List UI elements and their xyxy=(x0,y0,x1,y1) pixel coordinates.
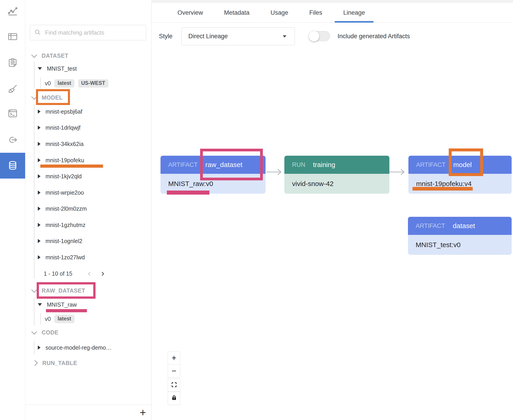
graph-node-dataset[interactable]: ARTIFACT dataset MNIST_test:v0 xyxy=(408,217,512,255)
tree-item-mnist-test[interactable]: MNIST_test xyxy=(38,63,77,74)
artifacts-button[interactable] xyxy=(0,153,25,179)
node-kind: ARTIFACT xyxy=(416,161,445,168)
pagination-next-button[interactable]: › xyxy=(98,268,107,278)
workspace-chart-button[interactable] xyxy=(0,0,25,23)
tree-section-raw-dataset[interactable]: RAW_DATASET xyxy=(32,285,85,296)
include-generated-toggle[interactable] xyxy=(309,31,330,41)
triangle-right-icon xyxy=(38,345,40,350)
terminal-button[interactable] xyxy=(0,102,25,125)
chevron-down-icon xyxy=(31,287,37,292)
tree-guide xyxy=(34,105,34,279)
pagination-prev-button[interactable]: ‹ xyxy=(85,268,94,278)
tab-usage[interactable]: Usage xyxy=(262,3,297,22)
triangle-down-icon xyxy=(38,303,42,306)
tree-item-mnist-raw[interactable]: MNIST_raw xyxy=(38,299,77,310)
add-artifact-button[interactable]: + xyxy=(138,407,148,418)
artifact-name: mnist-1zo27lwd xyxy=(45,254,85,261)
zoom-out-button[interactable]: − xyxy=(168,364,180,377)
artifact-browser-panel: DATASET MNIST_test v0 latest US-WEST MOD… xyxy=(25,0,151,420)
reports-button[interactable] xyxy=(0,52,25,74)
tree-item-model-2[interactable]: mnist-34kx62ia xyxy=(38,139,83,149)
tree-item-model-9[interactable]: mnist-1zo27lwd xyxy=(38,252,85,262)
tree-version-row[interactable]: v0 latest US-WEST xyxy=(45,78,108,89)
main-content: Overview Metadata Usage Files Lineage St… xyxy=(152,0,513,420)
app-root: DATASET MNIST_test v0 latest US-WEST MOD… xyxy=(0,0,513,420)
tab-lineage[interactable]: Lineage xyxy=(335,3,374,22)
triangle-right-icon xyxy=(38,158,40,162)
tree-section-run-table[interactable]: RUN_TABLE xyxy=(32,358,77,368)
line-chart-icon xyxy=(8,6,18,17)
fit-view-button[interactable] xyxy=(168,379,180,392)
fit-view-icon xyxy=(171,380,177,390)
lineage-graph-canvas[interactable]: ARTIFACT raw_dataset MNIST_raw:v0 RUN tr… xyxy=(152,50,513,420)
tree-guide xyxy=(34,341,34,355)
graph-node-raw-dataset[interactable]: ARTIFACT raw_dataset MNIST_raw:v0 xyxy=(160,156,265,194)
tree-item-model-6[interactable]: mnist-2l0m0zzm xyxy=(38,203,87,214)
tab-overview[interactable]: Overview xyxy=(169,3,212,22)
zoom-in-button[interactable]: + xyxy=(168,352,180,365)
top-strip xyxy=(152,0,513,3)
tab-files[interactable]: Files xyxy=(301,3,331,22)
clipboard-icon xyxy=(8,58,18,68)
section-label: RAW_DATASET xyxy=(42,287,85,294)
triangle-right-icon xyxy=(38,239,40,243)
tree-item-model-1[interactable]: mnist-1drlqwjf xyxy=(38,122,80,133)
chevron-right-icon xyxy=(32,360,38,366)
style-label: Style xyxy=(159,33,173,40)
tree-item-model-0[interactable]: mnist-epsbj6af xyxy=(38,106,83,117)
section-label: DATASET xyxy=(42,52,68,59)
launch-button[interactable] xyxy=(0,129,25,151)
lock-button[interactable] xyxy=(168,392,180,405)
artifact-name: mnist-2l0m0zzm xyxy=(45,205,87,212)
terminal-icon xyxy=(8,108,18,119)
node-type: dataset xyxy=(453,222,475,230)
chevron-down-icon xyxy=(31,329,37,334)
tree-item-model-4[interactable]: mnist-1kjv2qld xyxy=(38,171,82,181)
artifact-tree: DATASET MNIST_test v0 latest US-WEST MOD… xyxy=(25,0,151,420)
node-type: model xyxy=(453,161,472,169)
alias-badge: US-WEST xyxy=(78,79,108,88)
style-dropdown[interactable]: Direct Lineage xyxy=(181,27,295,45)
edge-arrow-icon xyxy=(266,168,284,176)
tree-item-model-3[interactable]: mnist-19pofeku xyxy=(38,155,84,165)
node-name: vivid-snow-42 xyxy=(284,174,389,194)
artifact-name: MNIST_raw xyxy=(47,301,77,308)
lineage-controls: Style Direct Lineage Include generated A… xyxy=(152,23,513,50)
node-kind: ARTIFACT xyxy=(168,161,198,168)
panels-button[interactable] xyxy=(0,26,25,48)
chevron-down-icon xyxy=(31,94,37,100)
toggle-knob xyxy=(309,31,319,42)
node-header: ARTIFACT model xyxy=(408,156,512,174)
panel-divider xyxy=(25,405,151,405)
dropdown-caret-icon xyxy=(283,35,286,38)
artifact-name: source-model-reg-demo… xyxy=(45,345,112,351)
node-kind: RUN xyxy=(292,161,305,168)
triangle-right-icon xyxy=(38,174,40,178)
tree-version-row[interactable]: v0 latest xyxy=(45,314,75,324)
node-name: mnist-19pofeku:v4 xyxy=(408,174,512,194)
link-arrow-icon xyxy=(8,135,18,146)
artifact-name: mnist-1gzhutmz xyxy=(45,222,85,228)
triangle-right-icon xyxy=(38,207,40,211)
pagination-label: 1 - 10 of 15 xyxy=(44,268,72,279)
section-label: MODEL xyxy=(42,94,63,101)
graph-node-model[interactable]: ARTIFACT model mnist-19pofeku:v4 xyxy=(408,156,512,194)
node-name: MNIST_raw:v0 xyxy=(160,174,265,194)
tree-section-model[interactable]: MODEL xyxy=(32,92,63,103)
tree-section-dataset[interactable]: DATASET xyxy=(32,51,68,61)
tree-item-model-8[interactable]: mnist-1ognlel2 xyxy=(38,236,83,246)
tree-item-code-0[interactable]: source-model-reg-demo… xyxy=(38,342,112,353)
version-label: v0 xyxy=(45,80,51,87)
edge-arrow-icon xyxy=(389,168,407,176)
artifact-name: mnist-epsbj6af xyxy=(45,108,83,115)
sweeps-button[interactable] xyxy=(0,78,25,100)
node-header: ARTIFACT dataset xyxy=(408,217,512,235)
triangle-right-icon xyxy=(38,223,40,227)
tree-item-model-7[interactable]: mnist-1gzhutmz xyxy=(38,220,85,230)
graph-node-training-run[interactable]: RUN training vivid-snow-42 xyxy=(284,156,389,194)
node-kind: ARTIFACT xyxy=(416,222,445,229)
tree-section-code[interactable]: CODE xyxy=(32,327,58,338)
tab-metadata[interactable]: Metadata xyxy=(216,3,258,22)
tree-item-model-5[interactable]: mnist-wrpie2oo xyxy=(38,187,84,198)
section-label: CODE xyxy=(42,329,58,336)
